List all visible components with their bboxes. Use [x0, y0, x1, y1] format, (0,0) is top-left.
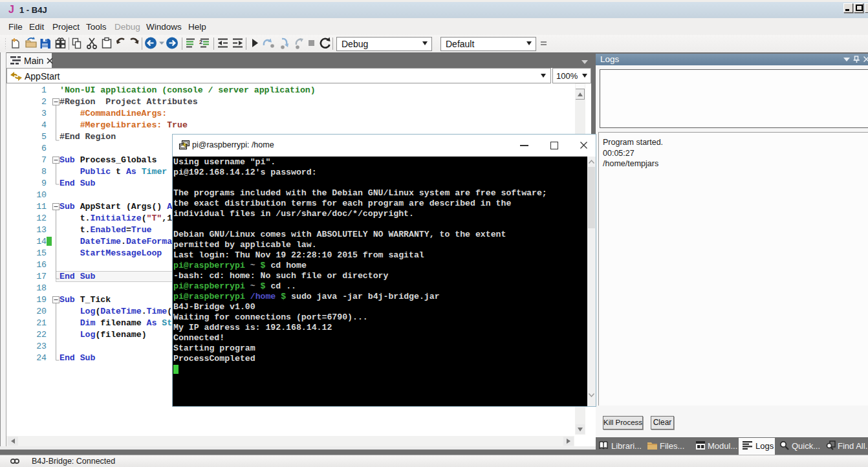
svg-text:2: 2 — [199, 39, 202, 45]
